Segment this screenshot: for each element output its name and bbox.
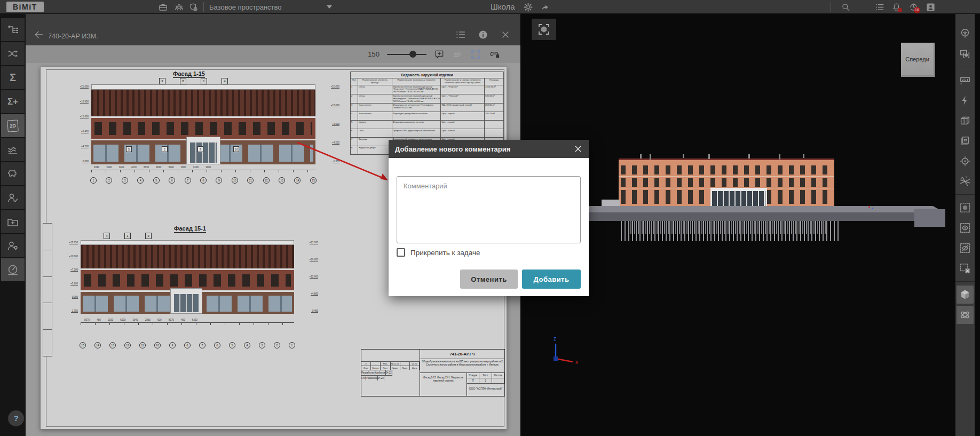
- list-value: №док.: [391, 366, 400, 370]
- sidebar-item-2d-viewer[interactable]: 2D: [1, 114, 25, 137]
- environment-tree-button[interactable]: [955, 25, 975, 43]
- list-value: 10: [233, 146, 239, 152]
- space-selector[interactable]: Базовое пространство: [209, 3, 282, 11]
- sidebar-item-shared-folder[interactable]: [1, 210, 25, 233]
- list-value: -1.350: [333, 160, 339, 163]
- attach-task-checkbox[interactable]: [397, 248, 405, 257]
- elevation-marks-left: +21.000+16.800+12.600+8.400+4.2000.000: [68, 85, 89, 163]
- viewport-focus-button[interactable]: [532, 19, 556, 40]
- help-button[interactable]: ?: [8, 410, 24, 426]
- orbit-rotate-button[interactable]: [957, 306, 974, 324]
- focus-target-button[interactable]: [955, 152, 975, 170]
- list-value: 04.22: [410, 362, 420, 366]
- app-logo[interactable]: BiMiT: [6, 2, 44, 12]
- focus-hexagon-icon: [538, 23, 550, 36]
- list-value: +12.600: [80, 115, 89, 118]
- roof-vent: [640, 154, 642, 158]
- sidebar-item-sum-add[interactable]: Σ+: [1, 90, 25, 113]
- list-value: 4: [137, 177, 144, 184]
- model-entrance-glass: [712, 191, 765, 207]
- project-description: Общеобразовательная школа на 825 мест уч…: [420, 359, 504, 373]
- layers-lines-icon[interactable]: [452, 49, 463, 60]
- sidebar-item-charts[interactable]: [1, 138, 25, 161]
- projects-briefcase-icon[interactable]: [158, 2, 168, 12]
- sheet-list-icon[interactable]: [455, 29, 466, 40]
- chevron-down-icon[interactable]: [327, 5, 332, 9]
- bell-icon[interactable]: [891, 2, 902, 12]
- list-value: 5: [229, 342, 235, 348]
- clear-selection-button[interactable]: [955, 259, 975, 278]
- list-value: 6: [214, 342, 220, 348]
- isolate-object-button[interactable]: [955, 199, 975, 217]
- facade-band-middle-b: [81, 270, 294, 290]
- facade-bottom-drawing: [81, 240, 294, 314]
- selection-capture-button[interactable]: [955, 45, 975, 63]
- sidebar-item-dashboard[interactable]: [1, 258, 25, 281]
- share-icon[interactable]: [540, 2, 550, 12]
- roof-vent: [683, 154, 684, 158]
- attach-task-row[interactable]: Прикрепить к задаче: [397, 248, 480, 257]
- sidebar-item-plugins[interactable]: [1, 162, 25, 185]
- finish-table-header-row: Поз. Наименование элемента фасада Наимен…: [351, 78, 504, 85]
- table-row: 1СтеныКирпич пустотелый лицевой одинарны…: [351, 85, 504, 94]
- add-button[interactable]: Добавить: [522, 269, 581, 289]
- modal-title: Добавление нового комментария: [395, 145, 574, 153]
- title-block-main: 741-20-АР.ГЧ Общеобразовательная школа н…: [420, 350, 504, 396]
- elevation-marks-right: +21.000+15.000+9.600+4.200-1.350: [319, 85, 339, 163]
- sidebar-item-links-shuffle[interactable]: [1, 42, 25, 65]
- list-value: 14: [94, 342, 101, 348]
- topbar-divider-2: [831, 2, 831, 12]
- add-comment-icon[interactable]: [434, 49, 445, 60]
- side-stamp-cells: [43, 223, 52, 356]
- foundation-piles-2: [630, 221, 828, 234]
- user-avatar-icon[interactable]: [926, 2, 936, 12]
- measure-ruler-button[interactable]: [955, 71, 975, 89]
- list-value: 4: [104, 233, 110, 239]
- list-value: +12.600: [310, 275, 318, 279]
- sidebar-item-sum[interactable]: Σ: [1, 66, 25, 89]
- solid-view-button[interactable]: [957, 286, 974, 304]
- cancel-button[interactable]: Отменить: [460, 269, 518, 289]
- modal-close-icon[interactable]: [574, 145, 582, 153]
- axes-grid-button[interactable]: 12: [955, 172, 975, 191]
- back-arrow-icon[interactable]: [33, 29, 44, 40]
- list-value: 11: [139, 342, 146, 348]
- shield-history-icon[interactable]: [188, 2, 199, 12]
- sidebar-item-structure[interactable]: [1, 18, 25, 41]
- model-window-row-2: [621, 178, 832, 187]
- fullscreen-icon[interactable]: [470, 49, 481, 60]
- top-bar: BiMiT Базовое пространство Школа 10: [0, 0, 980, 14]
- info-icon[interactable]: [478, 29, 488, 40]
- list-value: +16.800: [80, 100, 89, 104]
- link-lock-icon[interactable]: [488, 49, 500, 60]
- list-value: 10: [232, 177, 238, 184]
- zoom-slider[interactable]: [387, 51, 426, 58]
- list-value: 13: [279, 177, 285, 184]
- drawing-sheet-button[interactable]: [955, 132, 975, 150]
- close-panel-icon[interactable]: [500, 29, 511, 40]
- facade-top-title: Фасад 1-15: [173, 70, 205, 78]
- stage-labels: СтадияЛистЛистов: [467, 373, 504, 378]
- list-value: 6: [361, 362, 371, 366]
- dimension-line-b: [81, 322, 294, 325]
- sidebar-item-user-check[interactable]: [1, 186, 25, 209]
- clash-flash-button[interactable]: [955, 91, 975, 109]
- list-menu-icon[interactable]: [875, 2, 885, 12]
- modal-header[interactable]: Добавление нового комментария: [389, 140, 589, 158]
- sidebar-item-user-location[interactable]: [1, 234, 25, 257]
- comment-textarea[interactable]: [397, 176, 581, 243]
- list-value: Лист: [479, 373, 492, 378]
- show-objects-button[interactable]: [955, 219, 975, 237]
- 2d-doc-icon: 2D: [7, 120, 18, 132]
- hide-objects-button[interactable]: [955, 239, 975, 257]
- section-box-button[interactable]: [955, 112, 975, 130]
- view-cube-front[interactable]: Спереди: [901, 43, 935, 77]
- search-icon[interactable]: [841, 2, 851, 12]
- facade-band-upper-b: [81, 245, 294, 268]
- model-entrance: [710, 188, 767, 207]
- zoom-slider-thumb[interactable]: [409, 51, 416, 58]
- gear-icon[interactable]: [523, 2, 533, 12]
- users-group-icon[interactable]: [174, 2, 184, 12]
- list-value: №12-22: [391, 362, 400, 366]
- history-clock-icon[interactable]: 10: [908, 2, 919, 12]
